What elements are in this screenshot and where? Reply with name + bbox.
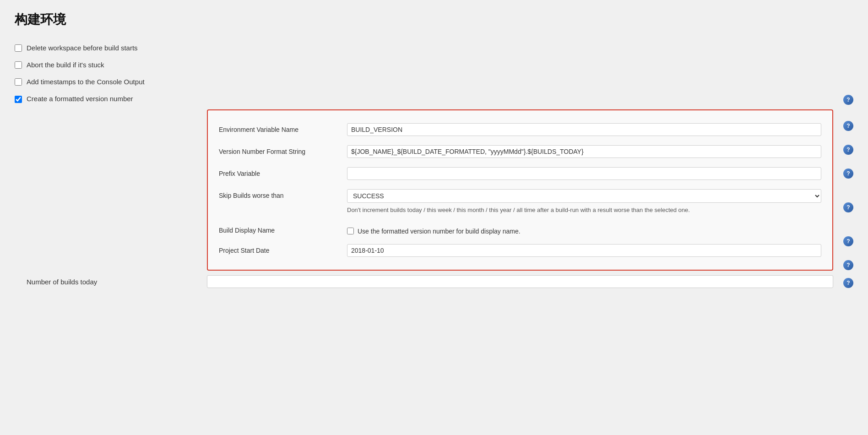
formatted-section-wrapper: Environment Variable Name BUILD_VERSION … bbox=[27, 109, 853, 271]
delete-workspace-checkbox[interactable] bbox=[15, 44, 22, 52]
version-format-input-wrap: ${JOB_NAME}_${BUILD_DATE_FORMATTED, "yyy… bbox=[347, 145, 821, 158]
page-title: 构建环境 bbox=[15, 11, 853, 28]
build-display-name-checkbox[interactable] bbox=[347, 228, 354, 234]
env-var-input[interactable]: BUILD_VERSION bbox=[347, 123, 821, 136]
help-icon-row-2: ? bbox=[843, 138, 853, 162]
help-icon-row-4: ? bbox=[843, 185, 853, 229]
add-timestamps-checkbox[interactable] bbox=[15, 78, 22, 86]
num-builds-today-help-icon[interactable]: ? bbox=[843, 278, 853, 288]
prefix-var-input[interactable] bbox=[347, 167, 821, 180]
project-start-date-help-icon[interactable]: ? bbox=[843, 260, 853, 270]
create-formatted-label: Create a formatted version number bbox=[27, 95, 133, 103]
create-formatted-help-icon[interactable]: ? bbox=[843, 95, 853, 105]
prefix-var-field-row: Prefix Variable bbox=[219, 163, 821, 185]
bordered-panel: Environment Variable Name BUILD_VERSION … bbox=[207, 109, 833, 271]
env-var-label: Environment Variable Name bbox=[219, 123, 347, 133]
env-var-help-icon[interactable]: ? bbox=[843, 121, 853, 131]
skip-builds-select[interactable]: SUCCESS UNSTABLE FAILURE NOT_BUILT ABORT… bbox=[347, 189, 821, 203]
build-display-name-field-row: Build Display Name Use the formatted ver… bbox=[219, 219, 821, 239]
skip-builds-label: Skip Builds worse than bbox=[219, 189, 347, 199]
project-start-date-field-row: Project Start Date 2018-01-10 bbox=[219, 239, 821, 261]
build-display-name-checkbox-label: Use the formatted version number for bui… bbox=[358, 228, 521, 235]
env-var-field-row: Environment Variable Name BUILD_VERSION bbox=[219, 119, 821, 141]
project-start-date-label: Project Start Date bbox=[219, 244, 347, 254]
abort-build-label: Abort the build if it's stuck bbox=[27, 61, 104, 69]
build-display-name-label: Build Display Name bbox=[219, 224, 347, 234]
prefix-var-input-wrap bbox=[347, 167, 821, 180]
skip-builds-field-row: Skip Builds worse than SUCCESS UNSTABLE … bbox=[219, 185, 821, 219]
version-format-input[interactable]: ${JOB_NAME}_${BUILD_DATE_FORMATTED, "yyy… bbox=[347, 145, 821, 158]
page-container: 构建环境 Delete workspace before build start… bbox=[15, 11, 853, 293]
project-start-date-input[interactable]: 2018-01-10 bbox=[347, 244, 821, 257]
help-icons-column: ? ? ? ? ? ? bbox=[843, 109, 853, 277]
checkbox-row-3: Add timestamps to the Console Output bbox=[15, 73, 853, 90]
prefix-var-help-icon[interactable]: ? bbox=[843, 169, 853, 179]
help-icon-row-5: ? bbox=[843, 229, 853, 253]
skip-builds-input-wrap: SUCCESS UNSTABLE FAILURE NOT_BUILT ABORT… bbox=[347, 189, 821, 215]
version-format-help-icon[interactable]: ? bbox=[843, 145, 853, 155]
num-builds-today-label: Number of builds today bbox=[27, 275, 207, 286]
build-display-name-help-icon[interactable]: ? bbox=[843, 236, 853, 246]
bordered-panel-wrapper: Environment Variable Name BUILD_VERSION … bbox=[207, 109, 853, 271]
prefix-var-label: Prefix Variable bbox=[219, 167, 347, 177]
env-var-input-wrap: BUILD_VERSION bbox=[347, 123, 821, 136]
num-builds-today-input-wrap: ? bbox=[207, 275, 853, 288]
add-timestamps-label: Add timestamps to the Console Output bbox=[27, 78, 145, 86]
build-display-name-checkbox-row: Use the formatted version number for bui… bbox=[347, 228, 821, 235]
delete-workspace-label: Delete workspace before build starts bbox=[27, 44, 138, 52]
version-format-label: Version Number Format String bbox=[219, 145, 347, 155]
build-display-name-input-wrap: Use the formatted version number for bui… bbox=[347, 224, 821, 235]
help-icon-row-3: ? bbox=[843, 162, 853, 185]
form-section: Delete workspace before build starts Abo… bbox=[15, 39, 853, 293]
version-format-field-row: Version Number Format String ${JOB_NAME}… bbox=[219, 141, 821, 163]
abort-build-checkbox[interactable] bbox=[15, 61, 22, 69]
project-start-date-input-wrap: 2018-01-10 bbox=[347, 244, 821, 257]
num-builds-today-row: Number of builds today ? bbox=[27, 271, 853, 293]
skip-builds-help-icon[interactable]: ? bbox=[843, 202, 853, 212]
checkbox-row-2: Abort the build if it's stuck bbox=[15, 56, 853, 73]
create-formatted-checkbox[interactable] bbox=[15, 96, 22, 103]
num-builds-today-input[interactable] bbox=[207, 275, 833, 288]
create-formatted-row: Create a formatted version number ? bbox=[15, 90, 853, 109]
skip-builds-help-text: Don't increment builds today / this week… bbox=[347, 206, 821, 215]
help-icon-row-1: ? bbox=[843, 114, 853, 138]
checkbox-row-1: Delete workspace before build starts bbox=[15, 39, 853, 56]
